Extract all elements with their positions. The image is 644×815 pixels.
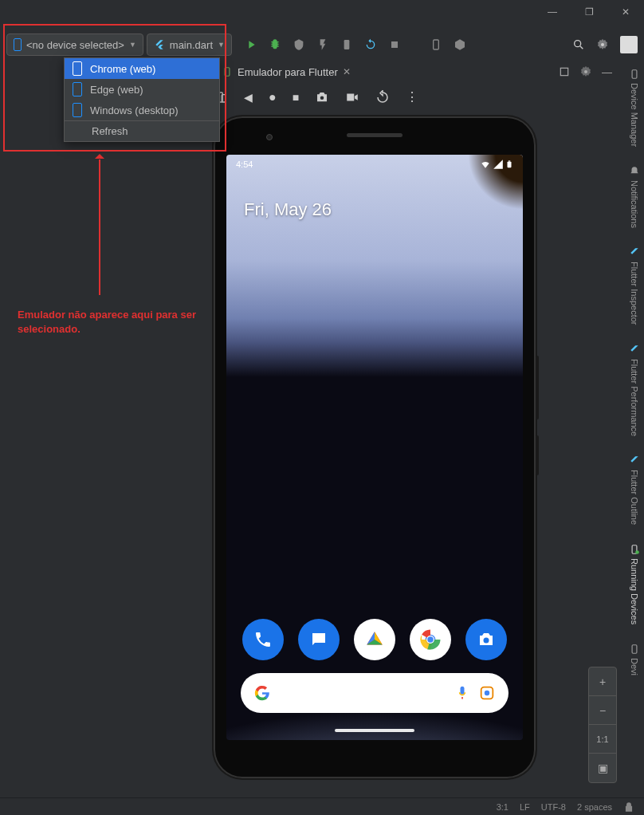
svg-point-21 bbox=[484, 638, 489, 644]
svg-rect-1 bbox=[391, 41, 398, 48]
svg-point-3 bbox=[575, 41, 581, 47]
home-date: Fri, May 26 bbox=[244, 199, 332, 220]
mic-icon[interactable] bbox=[454, 685, 470, 701]
dock bbox=[226, 619, 523, 660]
readonly-icon[interactable] bbox=[623, 801, 634, 813]
window-maximize[interactable]: ❐ bbox=[571, 0, 607, 24]
caret-position[interactable]: 3:1 bbox=[497, 802, 509, 812]
panel-label: Devi bbox=[630, 658, 639, 675]
zoom-controls: + − 1:1 ▣ bbox=[588, 667, 617, 783]
tab-emulator[interactable]: Emulador para Flutter ✕ bbox=[215, 61, 357, 83]
app-phone[interactable] bbox=[242, 619, 284, 660]
video-icon[interactable] bbox=[345, 90, 359, 104]
tab-label: Emulador para Flutter bbox=[238, 66, 338, 78]
panel-label: Flutter Outline bbox=[630, 470, 639, 525]
device-selector[interactable]: <no device selected> ▼ bbox=[6, 33, 143, 56]
record-icon[interactable]: ● bbox=[269, 90, 277, 104]
run-config-selector[interactable]: main.dart ▼ bbox=[147, 33, 232, 56]
dropdown-item-edge[interactable]: Edge (web) bbox=[65, 79, 219, 100]
battery-icon bbox=[505, 159, 513, 170]
power-button bbox=[536, 435, 539, 475]
panel-notifications[interactable]: Notifications bbox=[629, 161, 640, 233]
svg-rect-7 bbox=[560, 68, 567, 75]
dropdown-item-label: Chrome (web) bbox=[90, 63, 155, 75]
avatar[interactable] bbox=[620, 36, 638, 53]
camera-icon[interactable] bbox=[315, 90, 329, 104]
emulator-icon bbox=[222, 66, 233, 77]
search-icon[interactable] bbox=[572, 38, 585, 51]
dropdown-item-label: Edge (web) bbox=[90, 84, 143, 96]
phone-icon bbox=[14, 38, 22, 51]
svg-rect-12 bbox=[632, 70, 637, 79]
device-dropdown: Chrome (web) Edge (web) Windows (desktop… bbox=[64, 57, 220, 142]
zoom-fit[interactable]: ▣ bbox=[589, 754, 616, 782]
dropdown-item-label: Windows (desktop) bbox=[90, 104, 179, 116]
zoom-in[interactable]: + bbox=[589, 667, 616, 696]
run-icon[interactable] bbox=[245, 38, 257, 51]
dropdown-refresh[interactable]: Refresh bbox=[65, 120, 219, 141]
svg-rect-16 bbox=[508, 162, 512, 168]
run-config-label: main.dart bbox=[170, 39, 213, 51]
svg-rect-0 bbox=[344, 40, 350, 49]
phone-frame: 4:54 Fri, May 26 bbox=[214, 116, 536, 778]
nav-pill[interactable] bbox=[335, 729, 414, 732]
panel-device-manager[interactable]: Device Manager bbox=[629, 64, 640, 152]
flash-icon[interactable] bbox=[316, 38, 329, 51]
hide-icon[interactable]: — bbox=[602, 66, 612, 78]
phone-icon bbox=[73, 103, 82, 117]
stop-icon[interactable]: ■ bbox=[293, 91, 299, 104]
phone-icon bbox=[629, 69, 640, 80]
panel-devi[interactable]: Devi bbox=[629, 639, 640, 680]
attach-debugger-icon[interactable] bbox=[340, 38, 353, 51]
app-messages[interactable] bbox=[298, 619, 340, 660]
gear-icon[interactable] bbox=[579, 65, 592, 78]
app-camera[interactable] bbox=[465, 619, 507, 660]
dropdown-item-chrome[interactable]: Chrome (web) bbox=[65, 58, 219, 79]
collapse-icon[interactable] bbox=[559, 66, 570, 77]
phone-icon bbox=[629, 544, 640, 555]
svg-rect-2 bbox=[434, 40, 439, 49]
panel-label: Running Devices bbox=[630, 558, 639, 624]
volume-button bbox=[536, 356, 539, 419]
zoom-out[interactable]: − bbox=[589, 696, 616, 725]
bell-icon bbox=[629, 166, 640, 177]
panel-label: Flutter Performance bbox=[630, 359, 639, 436]
window-minimize[interactable]: — bbox=[534, 0, 571, 24]
panel-label: Notifications bbox=[630, 180, 639, 228]
more-icon[interactable]: ⋮ bbox=[406, 89, 417, 104]
device-frame-icon[interactable] bbox=[430, 38, 442, 51]
debug-icon[interactable] bbox=[269, 38, 281, 51]
window-close[interactable]: ✕ bbox=[607, 0, 644, 24]
zoom-actual[interactable]: 1:1 bbox=[589, 725, 616, 754]
line-separator[interactable]: LF bbox=[520, 802, 530, 812]
indent[interactable]: 2 spaces bbox=[577, 802, 612, 812]
phone-camera bbox=[266, 134, 273, 140]
coverage-icon[interactable] bbox=[293, 38, 305, 51]
hot-reload-icon[interactable] bbox=[364, 38, 377, 51]
lens-icon[interactable] bbox=[478, 684, 496, 702]
google-searchbar[interactable] bbox=[241, 673, 509, 713]
file-encoding[interactable]: UTF-8 bbox=[541, 802, 566, 812]
ide-statusbar: 3:1 LF UTF-8 2 spaces bbox=[0, 797, 644, 815]
svg-rect-6 bbox=[225, 68, 230, 77]
android-statusbar: 4:54 bbox=[226, 155, 523, 174]
phone-screen[interactable]: 4:54 Fri, May 26 bbox=[226, 155, 523, 740]
back-icon[interactable]: ◀ bbox=[244, 91, 253, 104]
google-icon bbox=[253, 684, 271, 702]
app-chrome[interactable] bbox=[410, 619, 451, 660]
chevron-down-icon: ▼ bbox=[218, 41, 225, 49]
panel-flutter-inspector[interactable]: Flutter Inspector bbox=[629, 242, 640, 329]
panel-running-devices[interactable]: Running Devices bbox=[629, 539, 640, 629]
app-play-store[interactable] bbox=[354, 619, 395, 660]
gear-icon[interactable] bbox=[596, 38, 609, 51]
stop-icon[interactable] bbox=[388, 38, 401, 51]
dropdown-item-windows[interactable]: Windows (desktop) bbox=[65, 100, 219, 120]
close-icon[interactable]: ✕ bbox=[343, 66, 351, 77]
panel-flutter-outline[interactable]: Flutter Outline bbox=[629, 451, 640, 530]
package-icon[interactable] bbox=[454, 38, 466, 51]
flutter-icon bbox=[629, 455, 640, 467]
svg-point-14 bbox=[635, 550, 639, 554]
chevron-down-icon: ▼ bbox=[129, 41, 136, 49]
panel-flutter-performance[interactable]: Flutter Performance bbox=[629, 340, 640, 441]
rotate-icon[interactable] bbox=[375, 90, 390, 104]
